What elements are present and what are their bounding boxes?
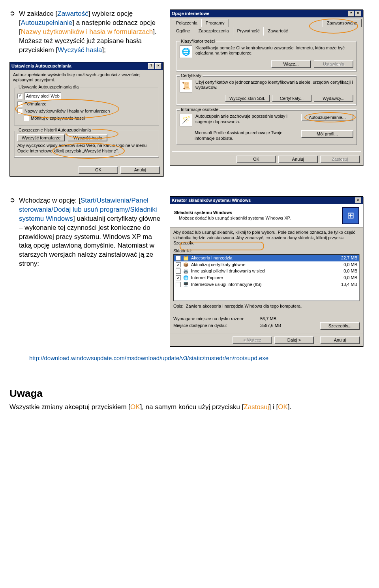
list-item[interactable]: 🖥️ Internetowe usługi informacyjne (IIS)… [174, 281, 359, 288]
help-icon[interactable]: ? [348, 11, 354, 17]
tab-privacy[interactable]: Prywatność [233, 27, 264, 35]
clear-forms-button[interactable]: Wyczyść formularze [17, 134, 65, 142]
uwaga-text: Wszystkie zmiany akceptuj przyciskiem [O… [9, 403, 363, 412]
text: Klasyfikacja pomoże Ci w kontrolowaniu z… [195, 45, 353, 58]
tab-connections[interactable]: Połączenia [172, 19, 202, 27]
back-button: < Wstecz [233, 336, 272, 344]
globe-icon: 🌐 [180, 45, 192, 58]
tab-bar: Połączenia Programy Zaawansowane Ogólne … [170, 17, 363, 35]
text: ] uaktualnij certyfikaty główne – wykona… [19, 215, 160, 268]
text: Autouzupełnianie zachowuje poprzednie wp… [195, 114, 298, 125]
dialog-internet-options: Opcje internetowe ?× Połączenia Programy… [170, 9, 363, 166]
free-value: 3597,6 MB [260, 323, 281, 329]
titlebar: Kreator składników systemu Windows × [170, 197, 363, 204]
cancel-button[interactable]: Anuluj [120, 166, 160, 174]
clear-ssl-button[interactable]: Wyczyść stan SSL [225, 95, 270, 102]
required-value: 56,7 MB [260, 316, 276, 322]
tab-programs[interactable]: Programy [201, 19, 229, 27]
checkbox-label: Adresy sieci Web [24, 92, 61, 100]
cancel-button[interactable]: Anuluj [320, 336, 360, 344]
text: Microsoft Profile Assistant przechowuje … [195, 130, 298, 141]
bullet-2: ➲ Wchodząc w opcję: [Start/Ustawienia/Pa… [9, 196, 163, 273]
tab-content[interactable]: Zawartość [263, 27, 292, 36]
checkbox-label: Formularze [24, 101, 47, 107]
list-item[interactable]: ✔📦 Aktualizuj certyfikaty główne0,0 MB [174, 261, 359, 268]
dialog-windows-components: Kreator składników systemu Windows × Skł… [170, 196, 363, 347]
close-icon[interactable]: × [155, 63, 161, 69]
text: ]; [102, 46, 106, 54]
help-icon[interactable]: ? [148, 63, 154, 69]
hl: Zawartość [57, 10, 88, 17]
certificates-button[interactable]: Certyfikaty... [272, 95, 311, 102]
list-label: Składniki: [173, 248, 360, 254]
checkbox-forms[interactable]: Formularze [17, 101, 156, 107]
list-item[interactable]: ✔🗂️ Akcesoria i narzędzia22,7 MB [174, 255, 359, 261]
dialog-title: Opcje internetowe [172, 11, 209, 17]
details-button[interactable]: Szczegóły... [320, 322, 360, 330]
close-icon[interactable]: × [355, 197, 361, 203]
titlebar: Opcje internetowe ?× [170, 10, 363, 17]
list-item[interactable]: 🖨️ Inne usługi plików i drukowania w sie… [174, 268, 359, 274]
wand-icon: 🪄 [180, 114, 192, 126]
cancel-button[interactable]: Anuluj [278, 156, 318, 163]
tab-advanced[interactable]: Zaawansowane [323, 19, 362, 27]
enable-button[interactable]: Włącz... [271, 60, 311, 68]
text: Użyj certyfikatów do jednoznacznego iden… [195, 80, 353, 92]
tab-security[interactable]: Zabezpieczenia [194, 27, 233, 35]
text: W zakładce [ [19, 10, 57, 17]
groupbox-label: Certyfikaty [180, 73, 203, 79]
arrow-icon: ➲ [9, 196, 15, 273]
my-profile-button[interactable]: Mój profil... [301, 130, 353, 138]
free-label: Miejsce dostępne na dysku: [173, 323, 260, 329]
arrow-icon: ➲ [9, 9, 15, 59]
uwaga-heading: Uwaga [9, 387, 363, 400]
windows-icon: ⊞ [342, 207, 359, 224]
dialog-autocomplete-settings: Ustawienia Autouzupełniania ?× Autouzupe… [9, 62, 163, 177]
settings-button: Ustawienia [314, 60, 353, 68]
clear-passwords-button[interactable]: Wyczyść hasła [68, 134, 107, 142]
dialog-title: Ustawienia Autouzupełniania [11, 63, 71, 69]
groupbox-label: Czyszczenie historii Autouzupełniania [17, 127, 92, 133]
opis-text: Zawiera akcesoria i narzędzia Windows dl… [186, 304, 302, 308]
text: Wchodząc w opcję: [ [19, 197, 81, 204]
tab-general[interactable]: Ogólne [172, 27, 194, 35]
hl: Autouzupełnianie [21, 19, 72, 26]
opis-label: Opis: [173, 304, 184, 308]
close-icon[interactable]: × [355, 11, 361, 17]
groupbox-label: Klasyfikator treści [180, 38, 216, 44]
bullet-1: ➲ W zakładce [Zawartość] wybierz opcję [… [9, 9, 163, 59]
download-url[interactable]: http://download.windowsupdate.com/msdown… [29, 355, 268, 361]
list-item[interactable]: ✔🌐 Internet Explorer0,0 MB [174, 274, 359, 281]
dialog-title: Kreator składników systemu Windows [172, 197, 251, 203]
instructions: Aby dodać lub usunąć składnik, kliknij t… [173, 230, 360, 246]
note-text: Aby wyczyścić wpisy adresów sieci Web, n… [17, 143, 156, 154]
titlebar: Ustawienia Autouzupełniania ?× [10, 62, 163, 70]
intro-text: Autouzupełnianie wyświetla listę możliwy… [13, 72, 160, 83]
checkbox-web-addresses[interactable]: ✔Adresy sieci Web [17, 92, 156, 100]
wizard-heading: Składniki systemu Windows [174, 210, 338, 216]
hl: Nazwy użytkowników i hasła w formularzac… [21, 28, 153, 36]
components-list[interactable]: ✔🗂️ Akcesoria i narzędzia22,7 MB ✔📦 Aktu… [173, 254, 360, 301]
wizard-subheading: Możesz dodać lub usunąć składniki system… [179, 216, 338, 221]
checkbox-label: Monituj o zapisywanie haseł [31, 115, 85, 121]
checkbox-prompt-save[interactable]: Monituj o zapisywanie haseł [24, 115, 156, 121]
groupbox-label: Używanie Autouzupełniania dla [17, 84, 80, 90]
checkbox-label: Nazwy użytkowników i hasła w formularzac… [24, 108, 110, 114]
checkbox-usernames-passwords[interactable]: Nazwy użytkowników i hasła w formularzac… [17, 108, 156, 114]
apply-button: Zastosuj [320, 156, 360, 163]
certificate-icon: 📜 [180, 80, 192, 92]
ok-button[interactable]: OK [79, 166, 118, 174]
ok-button[interactable]: OK [236, 156, 276, 163]
autocomplete-button[interactable]: Autouzupełnianie... [301, 114, 353, 121]
publishers-button[interactable]: Wydawcy... [314, 95, 353, 102]
groupbox-label: Informacje osobiste [180, 107, 220, 113]
required-label: Wymagane miejsce na dysku razem: [173, 316, 260, 322]
next-button[interactable]: Dalej > [274, 336, 314, 344]
hl: Wyczyść hasła [58, 46, 102, 54]
